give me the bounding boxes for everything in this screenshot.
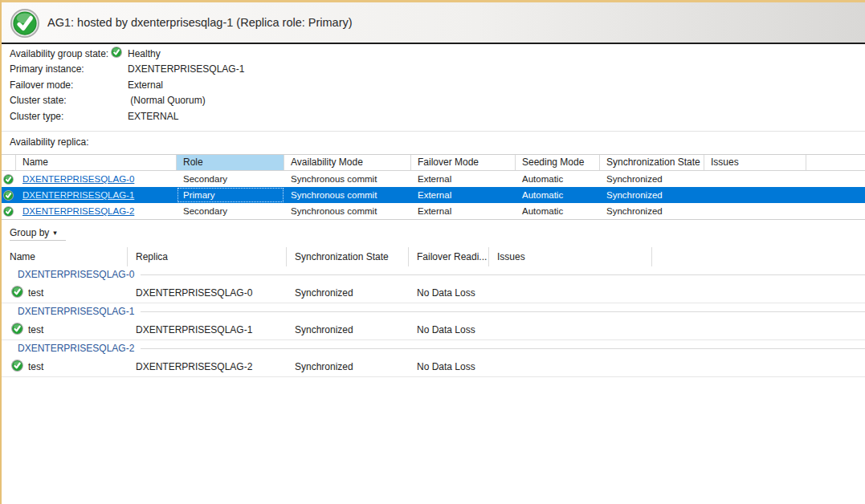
ag-state-value: Healthy xyxy=(128,48,865,59)
db-2-name: test xyxy=(28,361,43,372)
group-by-dropdown[interactable]: Group by▾ xyxy=(10,227,66,241)
replica-2-healthy-icon xyxy=(2,206,16,217)
summary-row-cluster-type: Cluster type: EXTERNAL xyxy=(2,108,865,124)
db-2-replica: DXENTERPRISESQLAG-2 xyxy=(128,356,287,377)
replica-2-role: Secondary xyxy=(177,203,284,219)
database-table-header: Name Replica Synchronization State Failo… xyxy=(2,247,865,266)
replica-2-sync-state: Synchronized xyxy=(600,203,704,219)
db-2-sync-state: Synchronized xyxy=(287,356,409,377)
summary-row-state: Availability group state: Healthy xyxy=(2,46,865,62)
group-0-rule xyxy=(141,274,865,275)
replica-row-2[interactable]: DXENTERPRISESQLAG-2 Secondary Synchronou… xyxy=(2,203,865,219)
summary-row-failover-mode: Failover mode: External xyxy=(2,77,865,93)
replica-2-availability-mode: Synchronous commit xyxy=(284,203,411,219)
group-header-1: DXENTERPRISESQLAG-1 xyxy=(2,303,865,319)
header-name[interactable]: Name xyxy=(16,155,177,170)
replica-1-sync-state: Synchronized xyxy=(600,187,704,203)
header-icon-column xyxy=(2,155,16,170)
replica-1-seeding-mode: Automatic xyxy=(516,187,600,203)
header-seeding-mode[interactable]: Seeding Mode xyxy=(516,155,600,170)
chevron-down-icon: ▾ xyxy=(53,229,57,237)
replica-table-header: Name Role Availability Mode Failover Mod… xyxy=(2,155,865,171)
db-header-replica[interactable]: Replica xyxy=(128,247,287,266)
availability-replica-label: Availability replica: xyxy=(10,136,89,148)
db-row-0[interactable]: test DXENTERPRISESQLAG-0 Synchronized No… xyxy=(2,282,865,303)
group-by-label: Group by xyxy=(10,227,49,238)
replica-2-failover-mode: External xyxy=(411,203,516,219)
group-2-label: DXENTERPRISESQLAG-2 xyxy=(2,343,134,354)
healthy-status-icon xyxy=(10,9,39,38)
replica-0-failover-mode: External xyxy=(411,171,516,187)
availability-group-dashboard: AG1: hosted by dxenterprisesqlag-1 (Repl… xyxy=(0,0,865,504)
group-1-label: DXENTERPRISESQLAG-1 xyxy=(2,306,134,317)
summary-row-primary-instance: Primary instance: DXENTERPRISESQLAG-1 xyxy=(2,62,865,78)
db-0-replica: DXENTERPRISESQLAG-0 xyxy=(128,282,287,303)
db-2-failover-readiness: No Data Loss xyxy=(409,356,489,377)
db-1-healthy-icon xyxy=(11,323,23,337)
page-title: AG1: hosted by dxenterprisesqlag-1 (Repl… xyxy=(47,2,353,43)
summary-row-cluster-state: Cluster state: (Normal Quorum) xyxy=(2,93,865,109)
replica-2-link[interactable]: DXENTERPRISESQLAG-2 xyxy=(22,206,134,216)
db-0-name: test xyxy=(28,287,43,299)
header-availability-mode[interactable]: Availability Mode xyxy=(284,155,411,170)
group-1-rule xyxy=(141,311,865,312)
cluster-type-label: Cluster type: xyxy=(2,111,111,122)
header-issues[interactable]: Issues xyxy=(704,155,806,170)
group-2-rule xyxy=(141,348,865,349)
replica-0-link[interactable]: DXENTERPRISESQLAG-0 xyxy=(22,174,134,184)
db-1-sync-state: Synchronized xyxy=(287,319,409,340)
failover-mode-label: Failover mode: xyxy=(2,79,111,91)
primary-instance-label: Primary instance: xyxy=(2,63,111,75)
header-synchronization-state[interactable]: Synchronization State xyxy=(600,155,704,170)
ag-summary-panel: Availability group state: Healthy Primar… xyxy=(2,46,865,124)
replica-table: Name Role Availability Mode Failover Mod… xyxy=(2,154,865,220)
db-header-issues[interactable]: Issues xyxy=(489,247,652,266)
cluster-state-label: Cluster state: xyxy=(2,95,111,106)
db-row-1[interactable]: test DXENTERPRISESQLAG-1 Synchronized No… xyxy=(2,319,865,340)
header-filler xyxy=(806,155,865,170)
db-0-healthy-icon xyxy=(11,286,23,300)
replica-row-1-selected[interactable]: DXENTERPRISESQLAG-1 Primary Synchronous … xyxy=(2,187,865,203)
replica-0-sync-state: Synchronized xyxy=(600,171,704,187)
replica-1-healthy-icon xyxy=(2,190,16,201)
db-row-2[interactable]: test DXENTERPRISESQLAG-2 Synchronized No… xyxy=(2,356,865,377)
db-1-failover-readiness: No Data Loss xyxy=(409,319,489,340)
db-0-failover-readiness: No Data Loss xyxy=(409,282,489,303)
group-header-0: DXENTERPRISESQLAG-0 xyxy=(2,266,865,282)
db-1-replica: DXENTERPRISESQLAG-1 xyxy=(128,319,287,340)
group-0-label: DXENTERPRISESQLAG-0 xyxy=(2,269,134,280)
db-header-name[interactable]: Name xyxy=(2,247,128,266)
group-header-2: DXENTERPRISESQLAG-2 xyxy=(2,340,865,356)
cluster-state-value: (Normal Quorum) xyxy=(128,95,865,106)
header-role[interactable]: Role xyxy=(177,155,284,170)
replica-1-availability-mode: Synchronous commit xyxy=(284,187,411,203)
replica-1-link[interactable]: DXENTERPRISESQLAG-1 xyxy=(22,190,134,200)
db-1-name: test xyxy=(28,324,43,335)
db-header-filler xyxy=(652,247,865,266)
replica-0-healthy-icon xyxy=(2,174,16,185)
replica-1-role: Primary xyxy=(177,187,284,203)
dashboard-header: AG1: hosted by dxenterprisesqlag-1 (Repl… xyxy=(2,0,865,44)
primary-instance-value: DXENTERPRISESQLAG-1 xyxy=(128,63,865,75)
replica-1-failover-mode: External xyxy=(411,187,516,203)
header-failover-mode[interactable]: Failover Mode xyxy=(411,155,516,170)
db-2-healthy-icon xyxy=(11,360,23,374)
healthy-check-icon xyxy=(111,47,122,60)
replica-0-role: Secondary xyxy=(177,171,284,187)
replica-2-seeding-mode: Automatic xyxy=(516,203,600,219)
db-header-failover-readiness[interactable]: Failover Readi... xyxy=(409,247,489,266)
ag-state-label: Availability group state: xyxy=(2,48,111,59)
db-0-sync-state: Synchronized xyxy=(287,282,409,303)
cluster-type-value: EXTERNAL xyxy=(128,111,865,122)
database-table: Name Replica Synchronization State Failo… xyxy=(2,247,865,377)
section-divider xyxy=(2,131,865,132)
db-header-sync-state[interactable]: Synchronization State xyxy=(287,247,409,266)
replica-0-seeding-mode: Automatic xyxy=(516,171,600,187)
replica-row-0[interactable]: DXENTERPRISESQLAG-0 Secondary Synchronou… xyxy=(2,171,865,187)
replica-0-availability-mode: Synchronous commit xyxy=(284,171,411,187)
failover-mode-value: External xyxy=(128,79,865,91)
